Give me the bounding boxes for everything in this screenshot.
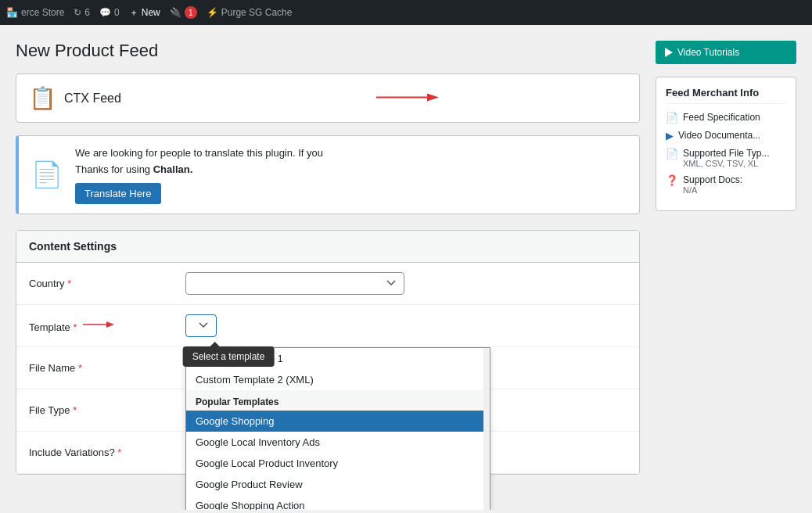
dropdown-item-google-shopping[interactable]: Google Shopping	[186, 411, 490, 432]
file-name-label: File Name *	[29, 362, 185, 374]
translation-text: We are looking for people to translate t…	[75, 145, 323, 178]
template-dropdown[interactable]: Custom Template 1 Custom Template 2 (XML…	[185, 347, 490, 510]
refresh-item[interactable]: ↻ 6	[74, 7, 90, 18]
help-icon: ❓	[666, 174, 678, 186]
dropdown-item-google-local-inventory-ads[interactable]: Google Local Inventory Ads	[186, 432, 490, 453]
ctx-feed-box: 📋 CTX Feed	[16, 74, 640, 123]
page-title: New Product Feed	[16, 41, 640, 61]
video-documentation-label[interactable]: Video Documenta...	[678, 130, 760, 141]
plus-icon: ＋	[129, 6, 138, 20]
file-type-label: File Type *	[29, 404, 185, 416]
template-control: Select a template Custom Template 1 Cust…	[185, 314, 627, 337]
merchant-info-title: Feed Merchant Info	[666, 87, 786, 104]
svg-marker-1	[427, 93, 439, 101]
translate-button[interactable]: Translate Here	[75, 183, 161, 204]
content-settings-header: Content Settings	[16, 231, 639, 263]
template-select[interactable]	[185, 314, 217, 337]
svg-marker-3	[106, 321, 114, 328]
support-docs-label: Support Docs:	[683, 174, 742, 185]
template-arrow	[83, 318, 114, 333]
supported-file-sub: XML, CSV, TSV, XL	[683, 159, 770, 168]
content-settings: Content Settings Country * Template *	[16, 230, 640, 475]
video-icon: ▶	[666, 130, 674, 142]
feed-label: CTX Feed	[64, 91, 121, 106]
store-link[interactable]: 🏪 erce Store	[6, 7, 64, 18]
country-control	[185, 272, 627, 295]
video-documentation-item: ▶ Video Documenta...	[666, 130, 786, 142]
play-icon	[665, 48, 673, 57]
dropdown-item-google-product-review[interactable]: Google Product Review	[186, 474, 490, 495]
country-row: Country *	[16, 263, 639, 305]
admin-bar: 🏪 erce Store ↻ 6 💬 0 ＋ New 🔌 1 ⚡ Purge S…	[0, 0, 812, 25]
template-row: Template *	[16, 305, 639, 347]
popular-templates-label: Popular Templates	[186, 390, 490, 411]
doc-icon-1: 📄	[666, 112, 678, 124]
feed-icon: 📋	[29, 85, 56, 111]
include-variations-label: Include Variations? *	[29, 447, 185, 458]
dropdown-item-google-shopping-action[interactable]: Google Shopping Action	[186, 495, 490, 510]
plugin-item[interactable]: 🔌 1	[170, 6, 197, 19]
right-sidebar: Video Tutorials Feed Merchant Info 📄 Fee…	[656, 41, 796, 494]
template-tooltip-wrapper: Select a template	[185, 314, 217, 337]
support-docs-sub: N/A	[683, 185, 742, 195]
merchant-info-panel: Feed Merchant Info 📄 Feed Specification …	[656, 77, 796, 211]
template-label: Template *	[29, 318, 185, 333]
dropdown-item-google-local-product-inventory[interactable]: Google Local Product Inventory	[186, 453, 490, 474]
new-item[interactable]: ＋ New	[129, 6, 160, 20]
country-select[interactable]	[185, 272, 404, 295]
supported-file-type-item: 📄 Supported File Typ... XML, CSV, TSV, X…	[666, 148, 786, 168]
purge-cache-item[interactable]: ⚡ Purge SG Cache	[207, 7, 293, 18]
main-content: New Product Feed 📋 CTX Feed 📄 We are loo…	[0, 25, 812, 510]
dropdown-scrollbar	[483, 348, 490, 510]
left-panel: New Product Feed 📋 CTX Feed 📄 We are loo…	[16, 41, 640, 494]
custom-template-2[interactable]: Custom Template 2 (XML)	[186, 369, 490, 390]
comment-icon: 💬	[99, 7, 111, 18]
plugin-icon: 🔌	[170, 7, 181, 18]
video-tutorials-button[interactable]: Video Tutorials	[656, 41, 796, 64]
purge-icon: ⚡	[207, 7, 218, 18]
arrow-pointer	[376, 89, 439, 107]
supported-file-label: Supported File Typ...	[683, 148, 770, 159]
template-tooltip: Select a template	[183, 346, 275, 367]
comments-item[interactable]: 💬 0	[99, 7, 120, 18]
translation-icon: 📄	[31, 160, 63, 189]
store-icon: 🏪	[6, 7, 18, 18]
support-docs-item: ❓ Support Docs: N/A	[666, 174, 786, 195]
translation-content: We are looking for people to translate t…	[75, 145, 323, 204]
feed-specification-item: 📄 Feed Specification	[666, 112, 786, 124]
feed-specification-label[interactable]: Feed Specification	[683, 112, 760, 123]
doc-icon-2: 📄	[666, 148, 678, 160]
translation-notice: 📄 We are looking for people to translate…	[16, 135, 640, 214]
refresh-icon: ↻	[74, 7, 81, 18]
country-label: Country *	[29, 278, 185, 289]
